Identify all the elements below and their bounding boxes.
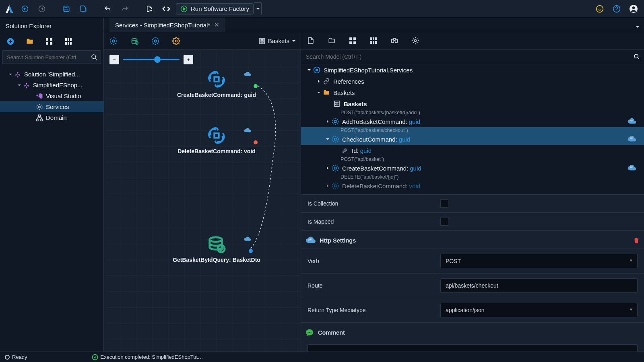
api-cloud-icon: API: [305, 237, 316, 245]
zoom-out-button[interactable]: −: [109, 55, 119, 64]
svg-rect-54: [373, 41, 374, 44]
cloud-icon: [244, 237, 251, 242]
svg-rect-46: [349, 37, 352, 40]
zoom-slider[interactable]: [123, 59, 180, 60]
svg-rect-13: [65, 38, 67, 41]
save-button[interactable]: [59, 2, 74, 16]
filter-2-button[interactable]: [130, 36, 139, 46]
model-root[interactable]: SimplifiedEShopTutorial.Services: [301, 64, 644, 76]
link-icon: [322, 77, 331, 86]
canvas-node-create[interactable]: CreateBasketCommand: guid: [164, 70, 269, 98]
collapse-all-button[interactable]: [64, 37, 73, 46]
is-mapped-checkbox[interactable]: [440, 218, 448, 226]
feedback-icon[interactable]: [592, 2, 607, 16]
svg-rect-64: [336, 104, 338, 105]
model-diagram-baskets[interactable]: Baskets: [301, 98, 644, 109]
tree-solution[interactable]: Solution 'Simplified...: [0, 69, 103, 80]
export-button[interactable]: [142, 2, 157, 16]
canvas-node-delete[interactable]: DeleteBasketCommand: void: [164, 126, 269, 154]
diagram-selector[interactable]: Baskets: [258, 37, 296, 45]
model-field-id[interactable]: Id: guid: [301, 145, 644, 156]
solution-search-input[interactable]: [3, 51, 88, 63]
route-input[interactable]: [440, 278, 638, 293]
svg-point-71: [332, 165, 339, 171]
cloud-icon: [244, 72, 251, 77]
tab-menu-button[interactable]: [633, 22, 642, 32]
tab-services[interactable]: Services - SimplifiedEShopTutorial* ✕: [109, 18, 225, 32]
expand-button[interactable]: [348, 36, 357, 45]
search-icon[interactable]: [88, 51, 101, 64]
filter-1-button[interactable]: [109, 36, 118, 46]
diagram-canvas[interactable]: − + CreateBasketCommand: guid: [104, 50, 301, 352]
redo-button[interactable]: [118, 2, 132, 16]
tree-item-services[interactable]: Services: [0, 101, 103, 112]
model-references[interactable]: References: [301, 76, 644, 87]
code-button[interactable]: [159, 2, 173, 16]
open-folder-button[interactable]: [25, 37, 35, 46]
binoculars-button[interactable]: [390, 36, 399, 45]
tab-close-icon[interactable]: ✕: [214, 21, 219, 29]
expand-all-button[interactable]: [44, 37, 54, 46]
route-label: POST("api/basket"): [301, 156, 644, 162]
model-item-deletebasket[interactable]: DeleteBasketCommand: void: [301, 180, 644, 191]
tree-project[interactable]: SimplifiedEShop...: [0, 80, 103, 90]
model-folder-baskets[interactable]: Baskets: [301, 87, 644, 98]
collapse-button[interactable]: [369, 36, 378, 45]
svg-point-74: [332, 183, 339, 189]
solution-explorer-title: Solution Explorer: [0, 18, 103, 34]
model-search-input[interactable]: [301, 50, 630, 64]
app-logo-icon: [3, 3, 15, 15]
nav-forward-button[interactable]: [35, 2, 49, 16]
svg-rect-52: [375, 37, 377, 40]
help-icon[interactable]: [609, 2, 624, 16]
vs-icon: [35, 92, 43, 100]
new-file-button[interactable]: [306, 36, 316, 45]
svg-point-4: [597, 5, 603, 12]
nav-back-button[interactable]: [18, 2, 32, 16]
user-account-icon[interactable]: [626, 2, 641, 16]
comment-icon: [305, 328, 314, 337]
svg-rect-56: [392, 39, 394, 43]
port-dot[interactable]: [254, 84, 258, 88]
svg-rect-40: [261, 39, 263, 40]
model-item-createbasket[interactable]: CreateBasketCommand: guid API: [301, 162, 644, 174]
run-software-factory-button[interactable]: Run Software Factory: [176, 3, 254, 14]
svg-rect-16: [65, 42, 67, 45]
svg-point-68: [332, 136, 339, 142]
tree-item-domain[interactable]: Domain: [0, 112, 103, 123]
comment-textarea[interactable]: [308, 344, 638, 352]
svg-rect-42: [214, 77, 219, 82]
gear-button[interactable]: [411, 36, 420, 45]
svg-point-78: [309, 332, 310, 333]
svg-point-36: [154, 40, 157, 42]
undo-button[interactable]: [101, 2, 115, 16]
tree-item-visual-studio[interactable]: Visual Studio: [0, 90, 103, 101]
svg-rect-69: [334, 138, 336, 140]
svg-rect-17: [68, 42, 69, 45]
svg-point-24: [26, 83, 27, 84]
command-icon: [207, 70, 226, 88]
run-dropdown-button[interactable]: [254, 2, 262, 15]
delete-http-settings-button[interactable]: [633, 237, 640, 244]
svg-point-65: [332, 119, 339, 125]
save-all-button[interactable]: [76, 2, 91, 16]
return-mediatype-select[interactable]: application/json: [440, 303, 638, 317]
canvas-node-query[interactable]: GetBasketByIdQuery: BasketDto: [164, 235, 269, 263]
add-button[interactable]: [6, 37, 15, 46]
svg-rect-57: [395, 39, 398, 43]
verb-select[interactable]: POST: [440, 254, 638, 268]
zoom-in-button[interactable]: +: [184, 55, 193, 64]
command-icon: [331, 117, 340, 126]
port-dot[interactable]: [249, 249, 253, 253]
open-folder-button[interactable]: [327, 36, 336, 45]
settings-button[interactable]: [171, 36, 181, 46]
port-dot[interactable]: [254, 140, 258, 144]
filter-3-button[interactable]: [151, 36, 160, 46]
model-item-addtobasket[interactable]: AddToBasketCommand: guid API: [301, 116, 644, 127]
model-item-checkout[interactable]: CheckoutCommand: guid API: [301, 134, 644, 145]
svg-rect-50: [370, 37, 372, 40]
is-collection-checkbox[interactable]: [440, 200, 448, 208]
svg-rect-51: [373, 37, 374, 40]
search-icon[interactable]: [630, 49, 644, 64]
top-toolbar: Run Software Factory: [0, 0, 644, 18]
